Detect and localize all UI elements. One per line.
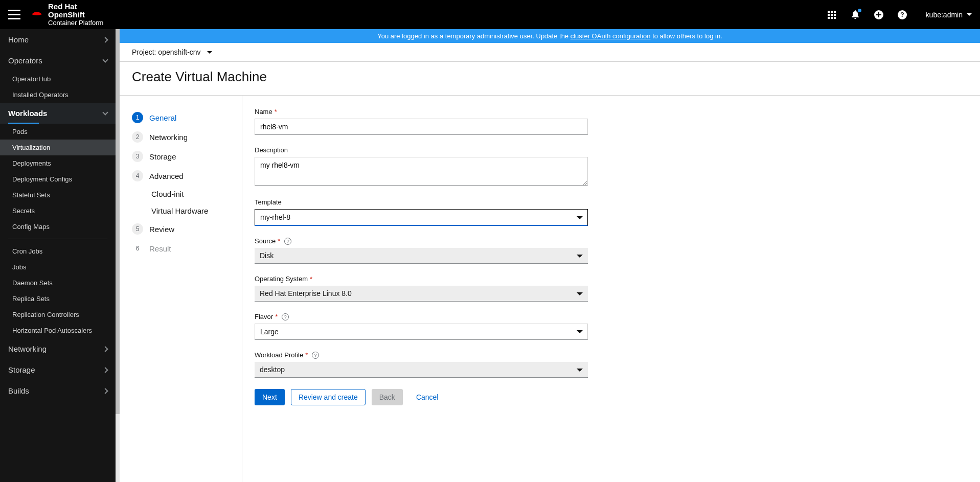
sidebar-item-deployments[interactable]: Deployments bbox=[0, 155, 116, 171]
wizard-nav: 1 General 2 Networking 3 Storage 4 Advan… bbox=[120, 96, 242, 482]
sidebar-section-builds[interactable]: Builds bbox=[0, 380, 116, 401]
brand-line2: OpenShift bbox=[48, 10, 85, 19]
oauth-config-link[interactable]: cluster OAuth configuration bbox=[571, 32, 651, 40]
chevron-down-icon bbox=[207, 51, 212, 54]
chevron-down-icon bbox=[967, 13, 972, 16]
notifications-icon[interactable] bbox=[850, 10, 860, 20]
sidebar-item-installed-operators[interactable]: Installed Operators bbox=[0, 87, 116, 103]
svg-rect-2 bbox=[831, 11, 833, 13]
brand-logo[interactable]: Red Hat OpenShift Container Platform bbox=[30, 3, 103, 27]
svg-rect-5 bbox=[831, 14, 833, 16]
name-input[interactable] bbox=[255, 119, 588, 135]
form-area: Name * Description Template my-rhel-8 So… bbox=[242, 96, 600, 482]
svg-rect-4 bbox=[828, 14, 830, 16]
sidebar-item-stateful-sets[interactable]: Stateful Sets bbox=[0, 187, 116, 203]
sidebar-item-cron-jobs[interactable]: Cron Jobs bbox=[0, 243, 116, 259]
brand-line3: Container Platform bbox=[48, 19, 103, 27]
page-title: Create Virtual Machine bbox=[120, 62, 980, 96]
notification-dot bbox=[858, 9, 861, 12]
wizard-step-advanced[interactable]: 4 Advanced bbox=[132, 166, 230, 186]
user-menu[interactable]: kube:admin bbox=[926, 11, 972, 19]
sidebar-section-networking[interactable]: Networking bbox=[0, 338, 116, 359]
sidebar-item-virtualization[interactable]: Virtualization bbox=[0, 140, 116, 155]
workload-label: Workload Profile bbox=[255, 351, 303, 359]
help-icon[interactable]: ? bbox=[284, 238, 291, 245]
top-bar: Red Hat OpenShift Container Platform ? k… bbox=[0, 0, 980, 29]
chevron-down-icon bbox=[102, 57, 108, 62]
chevron-right-icon bbox=[102, 346, 108, 352]
sidebar-section-storage[interactable]: Storage bbox=[0, 359, 116, 380]
help-icon[interactable]: ? bbox=[282, 313, 289, 320]
source-select[interactable]: Disk bbox=[255, 248, 588, 264]
flavor-select[interactable]: Large bbox=[255, 324, 588, 340]
help-icon[interactable]: ? bbox=[897, 10, 907, 20]
wizard-step-result: 6 Result bbox=[132, 239, 230, 258]
description-label: Description bbox=[255, 146, 288, 154]
sidebar-section-operators[interactable]: Operators bbox=[0, 50, 116, 71]
flavor-label: Flavor bbox=[255, 313, 273, 320]
wizard-step-general[interactable]: 1 General bbox=[132, 108, 230, 127]
workload-select[interactable]: desktop bbox=[255, 362, 588, 378]
sidebar-section-workloads[interactable]: Workloads bbox=[0, 103, 116, 124]
os-label: Operating System bbox=[255, 275, 308, 283]
hamburger-menu-button[interactable] bbox=[8, 9, 20, 21]
main-content: You are logged in as a temporary adminis… bbox=[120, 29, 980, 482]
chevron-right-icon bbox=[102, 37, 108, 42]
svg-text:?: ? bbox=[900, 11, 904, 18]
sidebar-scrollbar[interactable] bbox=[116, 29, 120, 482]
description-textarea[interactable] bbox=[255, 157, 588, 186]
sidebar-item-replication-controllers[interactable]: Replication Controllers bbox=[0, 307, 116, 323]
redhat-icon bbox=[30, 9, 44, 19]
template-select[interactable]: my-rhel-8 bbox=[255, 209, 588, 226]
template-label: Template bbox=[255, 198, 282, 206]
review-and-create-button[interactable]: Review and create bbox=[291, 389, 366, 405]
svg-rect-7 bbox=[828, 17, 830, 19]
wizard-substep-cloud-init[interactable]: Cloud-init bbox=[132, 186, 230, 202]
wizard-step-review[interactable]: 5 Review bbox=[132, 219, 230, 239]
sidebar-item-deployment-configs[interactable]: Deployment Configs bbox=[0, 171, 116, 187]
name-label: Name bbox=[255, 108, 272, 116]
sidebar-item-hpa[interactable]: Horizontal Pod Autoscalers bbox=[0, 323, 116, 338]
sidebar-item-operatorhub[interactable]: OperatorHub bbox=[0, 71, 116, 87]
svg-rect-8 bbox=[831, 17, 833, 19]
login-banner: You are logged in as a temporary adminis… bbox=[120, 29, 980, 43]
chevron-right-icon bbox=[102, 388, 108, 394]
sidebar-item-secrets[interactable]: Secrets bbox=[0, 203, 116, 219]
sidebar-divider bbox=[8, 239, 107, 239]
user-name: kube:admin bbox=[926, 11, 963, 19]
add-icon[interactable] bbox=[874, 10, 884, 20]
back-button: Back bbox=[372, 389, 403, 405]
wizard-substep-virtual-hardware[interactable]: Virtual Hardware bbox=[132, 202, 230, 219]
sidebar-item-replica-sets[interactable]: Replica Sets bbox=[0, 291, 116, 307]
sidebar-section-home[interactable]: Home bbox=[0, 29, 116, 50]
wizard-step-networking[interactable]: 2 Networking bbox=[132, 127, 230, 147]
project-selector[interactable]: Project: openshift-cnv bbox=[120, 43, 980, 62]
svg-rect-9 bbox=[834, 17, 836, 19]
svg-rect-6 bbox=[834, 14, 836, 16]
brand-line1: Red Hat bbox=[48, 2, 77, 11]
source-label: Source bbox=[255, 237, 276, 245]
chevron-down-icon bbox=[102, 109, 108, 115]
sidebar: Home Operators OperatorHub Installed Ope… bbox=[0, 29, 116, 482]
next-button[interactable]: Next bbox=[255, 389, 285, 405]
cancel-button[interactable]: Cancel bbox=[409, 389, 446, 405]
chevron-right-icon bbox=[102, 367, 108, 373]
help-icon[interactable]: ? bbox=[312, 352, 319, 359]
svg-rect-12 bbox=[876, 14, 881, 15]
os-select[interactable]: Red Hat Enterprise Linux 8.0 bbox=[255, 286, 588, 302]
wizard-step-storage[interactable]: 3 Storage bbox=[132, 147, 230, 166]
sidebar-item-config-maps[interactable]: Config Maps bbox=[0, 219, 116, 235]
sidebar-item-pods[interactable]: Pods bbox=[0, 124, 116, 140]
sidebar-item-daemon-sets[interactable]: Daemon Sets bbox=[0, 275, 116, 291]
svg-rect-1 bbox=[828, 11, 830, 13]
svg-rect-3 bbox=[834, 11, 836, 13]
apps-grid-icon[interactable] bbox=[827, 10, 837, 20]
sidebar-item-jobs[interactable]: Jobs bbox=[0, 259, 116, 275]
